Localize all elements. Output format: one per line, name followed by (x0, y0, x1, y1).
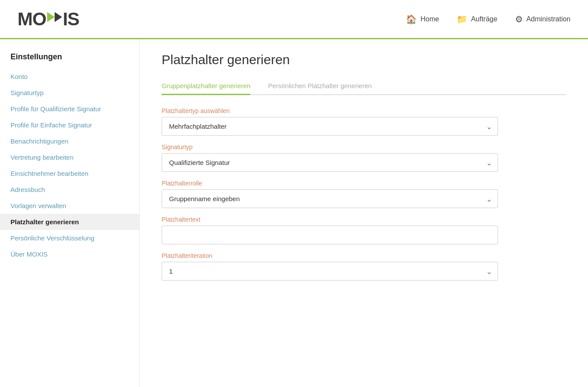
sidebar-heading: Einstellungen (0, 52, 139, 68)
sidebar-item-adressbuch[interactable]: Adressbuch (0, 182, 139, 198)
field-section-platzhalterrolle: PlatzhalterrolleGruppenname eingeben⌄ (162, 180, 566, 208)
field-section-platzhaltertext: Platzhaltertext (162, 216, 566, 244)
select-wrapper-signaturtyp: Qualifizierte SignaturEinfache Signatur⌄ (162, 153, 498, 172)
sidebar-item-konto[interactable]: Konto (0, 68, 139, 85)
nav-administration[interactable]: ⚙ Administration (515, 14, 571, 24)
field-section-platzhalteriteration: Platzhalteriteration12345⌄ (162, 252, 566, 281)
main-nav: 🏠 Home 📁 Aufträge ⚙ Administration (406, 14, 571, 24)
nav-administration-label: Administration (526, 15, 571, 23)
logo: MO IS (17, 9, 79, 30)
select-platzhalterrolle[interactable]: Gruppenname eingeben (162, 189, 498, 208)
sidebar-item-ueber[interactable]: Über MOXIS (0, 246, 139, 262)
sidebar-item-vertretung[interactable]: Vertretung bearbeiten (0, 149, 139, 165)
select-wrapper-platzhalteriteration: 12345⌄ (162, 262, 498, 281)
sidebar-item-signaturtyp[interactable]: Signaturtyp (0, 85, 139, 101)
sidebar-nav: KontoSignaturtypProfile für Qualifiziert… (0, 68, 139, 262)
select-signaturtyp[interactable]: Qualifizierte SignaturEinfache Signatur (162, 153, 498, 172)
svg-marker-1 (55, 12, 62, 22)
select-platzhaltertyp[interactable]: MehrfachplatzhalterEinzelplatzhalter (162, 117, 498, 136)
field-label-platzhalteriteration: Platzhalteriteration (162, 252, 566, 259)
svg-marker-0 (47, 12, 55, 22)
form-fields: Platzhaltertyp auswählenMehrfachplatzhal… (162, 107, 566, 281)
main-content: Platzhalter generieren Gruppenplatzhalte… (140, 39, 588, 387)
sidebar-item-vorlagen[interactable]: Vorlagen verwalten (0, 198, 139, 214)
gear-icon: ⚙ (515, 14, 523, 24)
tab-group[interactable]: Gruppenplatzhalter generieren (162, 78, 250, 95)
tab-personal[interactable]: Persönlichen Platzhalter generieren (268, 78, 372, 95)
field-section-signaturtyp: SignaturtypQualifizierte SignaturEinfach… (162, 144, 566, 172)
sidebar: Einstellungen KontoSignaturtypProfile fü… (0, 39, 140, 387)
nav-auftraege[interactable]: 📁 Aufträge (457, 14, 497, 24)
field-label-platzhaltertyp: Platzhaltertyp auswählen (162, 107, 566, 114)
field-label-platzhaltertext: Platzhaltertext (162, 216, 566, 223)
input-platzhaltertext[interactable] (162, 226, 498, 244)
page-title: Platzhalter generieren (162, 52, 566, 67)
folder-icon: 📁 (457, 14, 467, 24)
select-platzhalteriteration[interactable]: 12345 (162, 262, 498, 281)
sidebar-item-profile-qualifizierte[interactable]: Profile für Qualifizierte Signatur (0, 101, 139, 117)
logo-arrow-icon (46, 9, 63, 30)
logo-text-left: MO (17, 9, 46, 30)
select-wrapper-platzhaltertyp: MehrfachplatzhalterEinzelplatzhalter⌄ (162, 117, 498, 136)
field-section-platzhaltertyp: Platzhaltertyp auswählenMehrfachplatzhal… (162, 107, 566, 136)
sidebar-item-einsichtnehmer[interactable]: Einsichtnehmer bearbeiten (0, 165, 139, 182)
sidebar-item-benachrichtigungen[interactable]: Benachrichtigungen (0, 133, 139, 149)
layout: Einstellungen KontoSignaturtypProfile fü… (0, 39, 588, 387)
select-wrapper-platzhalterrolle: Gruppenname eingeben⌄ (162, 189, 498, 208)
nav-home-label: Home (420, 15, 439, 23)
tabs: Gruppenplatzhalter generierenPersönliche… (162, 78, 566, 95)
header: MO IS 🏠 Home 📁 Aufträge ⚙ Administration (0, 0, 588, 39)
logo-text-right: IS (63, 9, 80, 30)
sidebar-item-platzhalter[interactable]: Platzhalter generieren (0, 214, 139, 230)
field-label-signaturtyp: Signaturtyp (162, 144, 566, 151)
home-icon: 🏠 (406, 14, 417, 24)
nav-home[interactable]: 🏠 Home (406, 14, 439, 24)
nav-auftraege-label: Aufträge (471, 15, 497, 23)
sidebar-item-verschluesselung[interactable]: Persönliche Verschlüsselung (0, 230, 139, 246)
field-label-platzhalterrolle: Platzhalterrolle (162, 180, 566, 187)
sidebar-item-profile-einfache[interactable]: Profile für Einfache Signatur (0, 117, 139, 133)
